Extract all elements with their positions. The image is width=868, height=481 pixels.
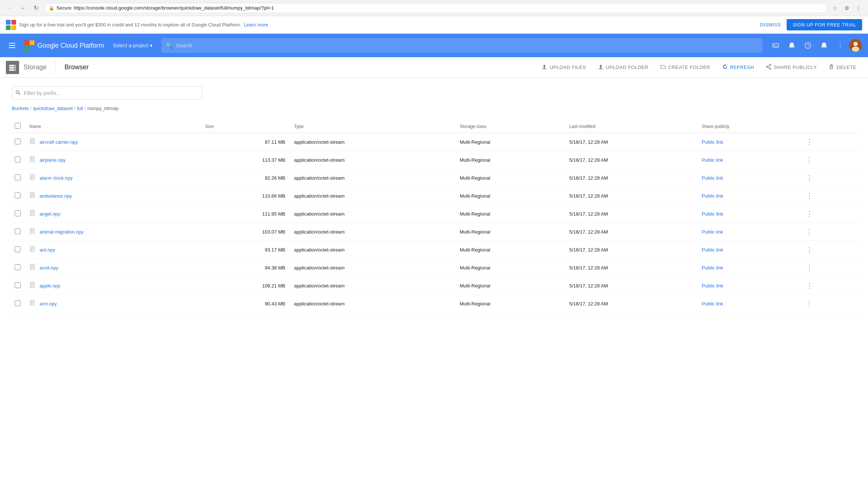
file-name-text-5[interactable]: animal migration.npy (40, 229, 84, 235)
row-checkbox-5[interactable] (15, 228, 21, 234)
more-button-7[interactable]: ⋮ (803, 262, 815, 273)
help-button[interactable]: ? (801, 38, 815, 53)
row-checkbox-cell[interactable] (12, 151, 25, 169)
file-name-text-6[interactable]: ant.npy (40, 247, 55, 253)
row-checkbox-cell[interactable] (12, 133, 25, 151)
search-input[interactable] (176, 43, 758, 48)
more-button-8[interactable]: ⋮ (803, 280, 815, 291)
row-checkbox-cell[interactable] (12, 205, 25, 223)
row-checkbox-7[interactable] (15, 264, 21, 270)
hamburger-button[interactable] (6, 39, 18, 52)
row-more-6[interactable]: ⋮ (799, 241, 856, 259)
row-more-7[interactable]: ⋮ (799, 259, 856, 277)
public-link-3[interactable]: Public link (702, 193, 723, 199)
public-link-6[interactable]: Public link (702, 247, 723, 253)
upload-folder-button[interactable]: UPLOAD FOLDER (592, 57, 654, 78)
storage-class-header[interactable]: Storage class (455, 120, 565, 133)
row-checkbox-2[interactable] (15, 175, 21, 180)
row-checkbox-cell[interactable] (12, 241, 25, 259)
more-button-5[interactable]: ⋮ (803, 226, 815, 238)
name-header[interactable]: Name (25, 120, 201, 133)
more-button-9[interactable]: ⋮ (803, 298, 815, 309)
row-checkbox-3[interactable] (15, 192, 21, 198)
row-share-6[interactable]: Public link (697, 241, 799, 259)
public-link-8[interactable]: Public link (702, 283, 723, 289)
learn-more-link[interactable]: Learn more (244, 22, 268, 27)
file-name-text-7[interactable]: anvil.npy (40, 265, 58, 271)
more-button-2[interactable]: ⋮ (803, 172, 815, 184)
public-link-9[interactable]: Public link (702, 301, 723, 306)
refresh-button[interactable]: REFRESH (716, 57, 760, 78)
cloud-shell-button[interactable] (768, 38, 783, 53)
breadcrumb-buckets[interactable]: Buckets (12, 106, 29, 111)
public-link-4[interactable]: Public link (702, 211, 723, 217)
public-link-5[interactable]: Public link (702, 229, 723, 235)
row-more-8[interactable]: ⋮ (799, 277, 856, 295)
project-selector-button[interactable]: Select a project ▾ (110, 40, 155, 51)
forward-button[interactable]: → (18, 3, 28, 13)
user-avatar[interactable] (849, 39, 862, 52)
file-name-text-0[interactable]: aircraft carrier.npy (40, 139, 78, 145)
row-checkbox-cell[interactable] (12, 277, 25, 295)
row-checkbox-8[interactable] (15, 282, 21, 288)
row-checkbox-4[interactable] (15, 210, 21, 216)
file-name-text-2[interactable]: alarm clock.npy (40, 175, 73, 181)
row-more-4[interactable]: ⋮ (799, 205, 856, 223)
row-share-2[interactable]: Public link (697, 169, 799, 187)
row-checkbox-cell[interactable] (12, 295, 25, 313)
row-more-3[interactable]: ⋮ (799, 187, 856, 205)
reload-button[interactable]: ↻ (31, 3, 41, 13)
back-button[interactable]: ← (4, 3, 15, 13)
row-checkbox-0[interactable] (15, 139, 21, 144)
row-checkbox-cell[interactable] (12, 187, 25, 205)
public-link-1[interactable]: Public link (702, 157, 723, 163)
share-header[interactable]: Share publicly (697, 120, 799, 133)
file-name-text-4[interactable]: angel.npy (40, 211, 60, 217)
row-share-5[interactable]: Public link (697, 223, 799, 241)
menu-button[interactable]: ⋮ (853, 3, 864, 13)
row-checkbox-cell[interactable] (12, 169, 25, 187)
public-link-0[interactable]: Public link (702, 139, 723, 145)
row-share-3[interactable]: Public link (697, 187, 799, 205)
notifications-button[interactable] (784, 38, 799, 53)
filter-input[interactable] (12, 87, 202, 100)
file-name-text-8[interactable]: apple.npy (40, 283, 60, 289)
row-more-9[interactable]: ⋮ (799, 295, 856, 313)
more-button-1[interactable]: ⋮ (803, 154, 815, 166)
address-bar[interactable]: 🔒 Secure https://console.cloud.google.co… (44, 3, 827, 13)
row-share-0[interactable]: Public link (697, 133, 799, 151)
bookmark-button[interactable]: ☆ (830, 3, 840, 13)
select-all-header[interactable] (12, 120, 25, 133)
more-button-3[interactable]: ⋮ (803, 190, 815, 202)
extensions-button[interactable]: ⚙ (842, 3, 852, 13)
row-share-9[interactable]: Public link (697, 295, 799, 313)
breadcrumb-full[interactable]: full (77, 106, 83, 111)
more-button-4[interactable]: ⋮ (803, 208, 815, 220)
upload-files-button[interactable]: UPLOAD FILES (536, 57, 592, 78)
row-checkbox-6[interactable] (15, 246, 21, 252)
more-options-button[interactable]: ⋮ (833, 38, 847, 53)
row-more-0[interactable]: ⋮ (799, 133, 856, 151)
row-checkbox-cell[interactable] (12, 259, 25, 277)
row-checkbox-cell[interactable] (12, 223, 25, 241)
row-share-1[interactable]: Public link (697, 151, 799, 169)
share-publicly-button[interactable]: SHARE PUBLICLY (760, 57, 823, 78)
file-name-text-3[interactable]: ambulance.npy (40, 193, 72, 199)
delete-button[interactable]: DELETE (823, 57, 862, 78)
size-header[interactable]: Size (201, 120, 290, 133)
breadcrumb-dataset[interactable]: quickdraw_dataset (33, 106, 73, 111)
search-bar[interactable]: 🔍 (161, 38, 762, 53)
row-more-5[interactable]: ⋮ (799, 223, 856, 241)
row-checkbox-1[interactable] (15, 157, 21, 162)
more-button-6[interactable]: ⋮ (803, 244, 815, 256)
row-more-2[interactable]: ⋮ (799, 169, 856, 187)
row-share-8[interactable]: Public link (697, 277, 799, 295)
dismiss-button[interactable]: DISMISS (757, 19, 784, 30)
create-folder-button[interactable]: CREATE FOLDER (654, 57, 716, 78)
select-all-checkbox[interactable] (15, 123, 21, 129)
row-more-1[interactable]: ⋮ (799, 151, 856, 169)
signup-button[interactable]: SIGN UP FOR FREE TRIAL (787, 19, 862, 30)
type-header[interactable]: Type (290, 120, 455, 133)
file-name-text-9[interactable]: arm.npy (40, 301, 57, 306)
row-checkbox-9[interactable] (15, 300, 21, 306)
